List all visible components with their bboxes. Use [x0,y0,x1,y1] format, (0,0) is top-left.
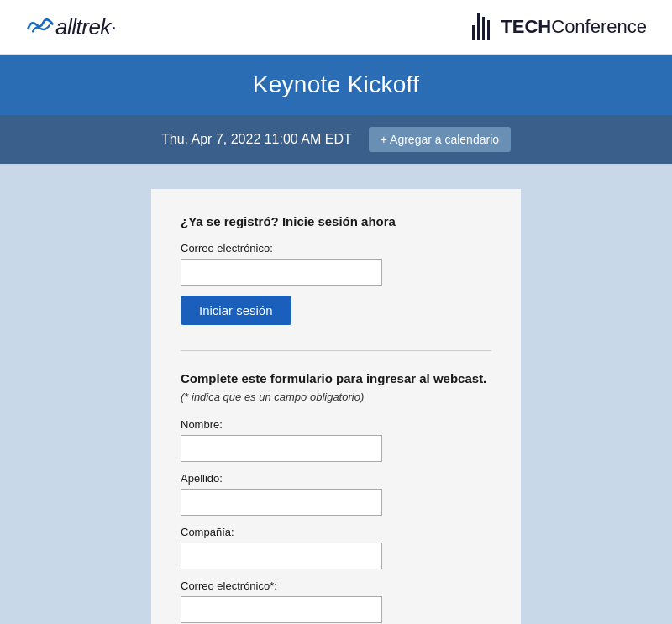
svg-rect-3 [472,25,475,40]
form-panel: ¿Ya se registró? Inicie sesión ahora Cor… [151,189,521,624]
register-heading: Complete este formulario para ingresar a… [181,370,491,387]
techconference-logo: TECHConference [472,12,647,42]
correo-label: Correo electrónico*: [181,579,491,592]
page-title: Keynote Kickoff [0,71,672,98]
login-heading: ¿Ya se registró? Inicie sesión ahora [181,214,491,228]
register-note: (* indica que es un campo obligatorio) [181,391,491,403]
alltrek-dot: · [111,14,117,40]
techconf-text: TECHConference [501,16,647,38]
correo-input[interactable] [181,596,382,623]
alltrek-logo-text: alltrek [55,14,111,40]
conference-text: Conference [551,16,647,37]
register-section: Complete este formulario para ingresar a… [181,350,491,624]
compania-input[interactable] [181,543,382,569]
title-bar: Keynote Kickoff [0,55,672,115]
header: alltrek · TECHConference [0,0,672,55]
email-login-label: Correo electrónico: [181,242,491,254]
alltrek-logo: alltrek · [25,12,117,42]
date-bar: Thu, Apr 7, 2022 11:00 AM EDT + Agregar … [0,115,672,164]
nombre-input[interactable] [181,435,382,462]
login-button[interactable]: Iniciar sesión [181,296,291,325]
svg-rect-0 [477,13,480,40]
svg-rect-2 [487,20,490,40]
main-content: ¿Ya se registró? Inicie sesión ahora Cor… [0,164,672,624]
tech-icon [472,12,496,42]
nombre-label: Nombre: [181,418,491,431]
add-calendar-button[interactable]: + Agregar a calendario [369,127,511,152]
event-date: Thu, Apr 7, 2022 11:00 AM EDT [161,132,352,147]
tech-conf-icon [472,12,496,42]
login-section: ¿Ya se registró? Inicie sesión ahora Cor… [181,214,491,325]
apellido-input[interactable] [181,489,382,516]
apellido-label: Apellido: [181,472,491,485]
compania-label: Compañía: [181,526,491,538]
alltrek-logo-icon [25,12,55,42]
email-login-input[interactable] [181,259,382,286]
tech-bold: TECH [501,16,551,37]
svg-rect-1 [482,17,485,40]
